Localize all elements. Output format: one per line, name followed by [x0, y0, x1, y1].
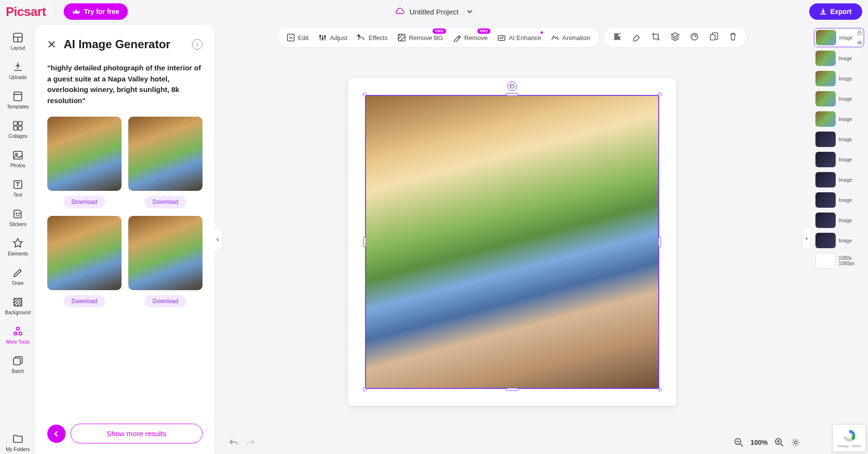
generated-image-1[interactable]	[47, 117, 122, 191]
try-for-free-button[interactable]: Try for free	[64, 3, 128, 20]
canvas-image[interactable]	[365, 95, 659, 389]
nav-layout-label: Layout	[11, 45, 25, 51]
download-button-3[interactable]: Download	[64, 295, 105, 307]
download-icon	[820, 8, 827, 15]
zoom-in-icon[interactable]	[774, 438, 784, 447]
tool-adjust-label: Adjust	[330, 34, 347, 41]
layer-thumb	[815, 111, 836, 127]
layer-thumb	[815, 51, 836, 66]
nav-elements[interactable]: Elements	[7, 236, 29, 258]
tool-animation[interactable]: Animation	[551, 33, 590, 42]
nav-uploads[interactable]: Uploads	[8, 59, 28, 82]
nav-draw[interactable]: Draw	[11, 265, 25, 288]
nav-batch[interactable]: Batch	[11, 353, 25, 376]
generated-image-3[interactable]	[47, 216, 122, 290]
nav-layout[interactable]: Layout	[10, 30, 26, 53]
layer-label: Image	[839, 177, 852, 183]
expand-layers-tab[interactable]	[802, 228, 810, 249]
recaptcha-icon	[842, 429, 856, 443]
info-icon[interactable]: i	[192, 39, 203, 50]
svg-rect-3	[18, 121, 22, 125]
divider	[54, 7, 55, 16]
nav-photos[interactable]: Photos	[9, 147, 26, 170]
nav-collages-label: Collages	[9, 134, 27, 139]
layer-item-10[interactable]: Image	[814, 211, 864, 229]
settings-icon[interactable]	[791, 438, 800, 447]
layer-item-canvas[interactable]: 1080x 1080px	[814, 252, 864, 270]
layers-panel: Image Image Image Image Image Image Imag…	[810, 23, 868, 454]
ai-generator-panel: AI Image Generator i "highly detailed ph…	[36, 25, 214, 454]
visibility-icon[interactable]	[857, 40, 862, 45]
nav-templates[interactable]: Templates	[6, 89, 30, 111]
download-button-4[interactable]: Download	[145, 295, 186, 307]
tool-effects[interactable]: fxEffects	[357, 33, 388, 42]
generated-image-2[interactable]	[128, 117, 203, 191]
nav-my-folders[interactable]: My Folders	[5, 431, 30, 454]
nav-background-label: Background	[5, 310, 30, 315]
layers-icon[interactable]	[670, 32, 680, 43]
layer-label: Image	[839, 198, 852, 203]
redo-icon[interactable]	[246, 438, 256, 447]
artboard[interactable]	[348, 78, 676, 406]
align-icon[interactable]	[612, 32, 622, 43]
delete-icon[interactable]	[728, 32, 738, 43]
svg-rect-5	[18, 126, 22, 130]
tool-remove[interactable]: RemovePRO	[453, 33, 488, 42]
layer-item-7[interactable]: Image	[814, 150, 864, 169]
tool-ai-enhance[interactable]: AI Enhance	[497, 33, 541, 42]
resize-handle-t[interactable]	[506, 93, 518, 96]
tool-remove-label: Remove	[464, 34, 488, 41]
layer-item-5[interactable]: Image	[814, 110, 864, 128]
svg-point-12	[16, 327, 19, 330]
eraser-icon[interactable]	[632, 32, 641, 43]
resize-handle-b[interactable]	[506, 388, 518, 391]
layer-item-4[interactable]: Image	[814, 90, 864, 108]
resize-handle-tr[interactable]	[658, 93, 662, 96]
svg-point-10	[19, 213, 20, 214]
tool-edit[interactable]: Edit	[286, 33, 309, 42]
lock-icon[interactable]	[857, 30, 862, 35]
tool-adjust[interactable]: Adjust	[318, 33, 347, 42]
close-icon[interactable]	[47, 40, 56, 49]
export-button[interactable]: Export	[809, 3, 862, 20]
download-button-2[interactable]: Download	[145, 196, 186, 208]
rotate-handle[interactable]	[507, 81, 517, 91]
nav-text[interactable]: Text	[11, 177, 25, 200]
layer-item-2[interactable]: Image	[814, 49, 864, 67]
tool-remove-bg[interactable]: Remove BGPRO	[397, 33, 443, 42]
layer-item-1[interactable]: Image	[814, 28, 864, 47]
try-for-free-label: Try for free	[84, 8, 119, 15]
show-more-results-button[interactable]: Show more results	[70, 424, 203, 443]
layer-item-11[interactable]: Image	[814, 231, 864, 250]
layer-item-3[interactable]: Image	[814, 69, 864, 88]
undo-icon[interactable]	[229, 438, 238, 447]
project-dropdown[interactable]: Untitled Project	[395, 8, 473, 16]
zoom-out-icon[interactable]	[734, 438, 744, 447]
resize-handle-tl[interactable]	[363, 93, 366, 96]
nav-background[interactable]: Background	[4, 294, 31, 317]
download-button-1[interactable]: Download	[64, 196, 105, 208]
generated-image-4[interactable]	[128, 216, 203, 290]
nav-collages[interactable]: Collages	[8, 118, 28, 141]
selected-image[interactable]	[365, 95, 659, 389]
picsart-logo[interactable]: Picsart	[6, 4, 46, 19]
canvas-stage[interactable]	[214, 53, 810, 431]
layer-label: 1080x 1080px	[839, 255, 863, 266]
nav-more-tools[interactable]: More Tools	[5, 324, 31, 347]
resize-handle-l[interactable]	[363, 237, 366, 247]
flip-icon[interactable]	[690, 32, 699, 43]
layer-thumb	[815, 233, 836, 248]
layer-item-6[interactable]: Image	[814, 130, 864, 148]
nav-text-label: Text	[14, 192, 22, 198]
nav-stickers-label: Stickers	[9, 222, 27, 227]
resize-handle-r[interactable]	[658, 237, 661, 247]
nav-stickers[interactable]: Stickers	[8, 206, 27, 229]
layer-item-8[interactable]: Image	[814, 171, 864, 189]
resize-handle-br[interactable]	[658, 387, 662, 391]
duplicate-icon[interactable]	[709, 32, 719, 43]
resize-handle-bl[interactable]	[363, 387, 366, 391]
crop-icon[interactable]	[651, 32, 661, 43]
layer-item-9[interactable]: Image	[814, 191, 864, 209]
layer-thumb	[815, 71, 836, 86]
back-button[interactable]	[47, 425, 66, 443]
